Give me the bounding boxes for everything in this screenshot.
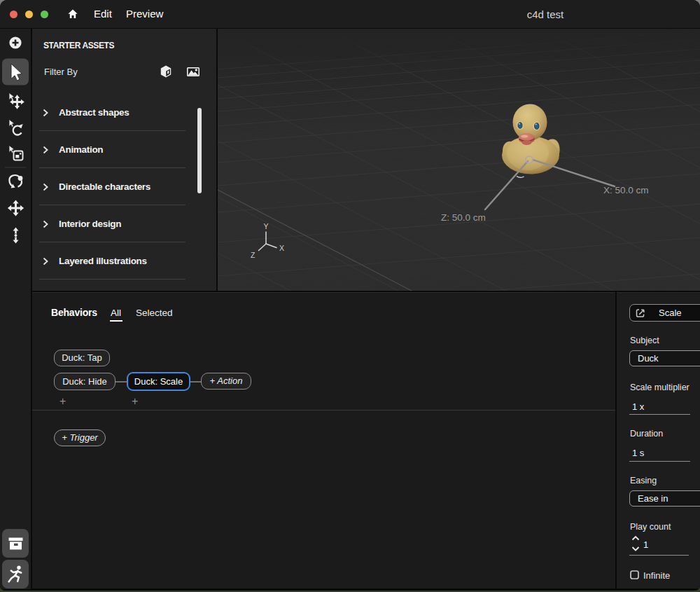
svg-text:X: X — [279, 244, 284, 252]
svg-text:Z: Z — [251, 251, 255, 259]
svg-text:Z: 50.0 cm: Z: 50.0 cm — [441, 212, 486, 223]
svg-text:Y: Y — [264, 222, 269, 230]
svg-text:X: 50.0 cm: X: 50.0 cm — [603, 185, 649, 195]
